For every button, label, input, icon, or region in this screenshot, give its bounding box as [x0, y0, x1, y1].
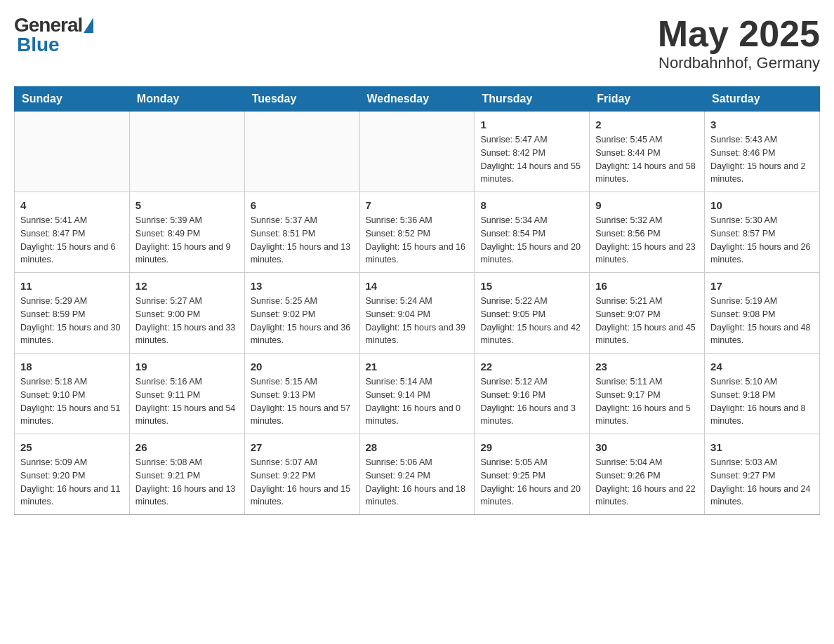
- day-info: Sunrise: 5:47 AMSunset: 8:42 PMDaylight:…: [480, 133, 583, 186]
- day-info: Sunrise: 5:18 AMSunset: 9:10 PMDaylight:…: [20, 375, 124, 428]
- logo: General Blue: [14, 14, 93, 56]
- calendar-cell: 18Sunrise: 5:18 AMSunset: 9:10 PMDayligh…: [15, 354, 130, 434]
- day-info: Sunrise: 5:06 AMSunset: 9:24 PMDaylight:…: [366, 456, 469, 509]
- calendar-cell: 4Sunrise: 5:41 AMSunset: 8:47 PMDaylight…: [15, 192, 130, 273]
- logo-blue-text: Blue: [14, 34, 60, 56]
- day-info: Sunrise: 5:08 AMSunset: 9:21 PMDaylight:…: [135, 456, 239, 509]
- calendar-header-row: SundayMondayTuesdayWednesdayThursdayFrid…: [15, 87, 820, 112]
- day-number: 9: [595, 198, 699, 213]
- calendar-header-monday: Monday: [129, 87, 244, 112]
- day-info: Sunrise: 5:21 AMSunset: 9:07 PMDaylight:…: [595, 295, 699, 347]
- day-number: 25: [20, 440, 124, 455]
- calendar-cell: 2Sunrise: 5:45 AMSunset: 8:44 PMDaylight…: [590, 112, 705, 192]
- day-info: Sunrise: 5:43 AMSunset: 8:46 PMDaylight:…: [710, 133, 814, 186]
- calendar-cell: [129, 112, 244, 192]
- calendar-cell: 29Sunrise: 5:05 AMSunset: 9:25 PMDayligh…: [475, 434, 590, 515]
- day-number: 28: [366, 440, 469, 455]
- calendar-cell: 8Sunrise: 5:34 AMSunset: 8:54 PMDaylight…: [475, 192, 590, 273]
- day-number: 3: [710, 117, 814, 132]
- day-number: 12: [135, 279, 239, 293]
- day-number: 26: [135, 440, 239, 455]
- logo-triangle-icon: [84, 18, 93, 33]
- day-info: Sunrise: 5:03 AMSunset: 9:27 PMDaylight:…: [710, 456, 814, 509]
- day-number: 11: [20, 279, 124, 293]
- day-info: Sunrise: 5:05 AMSunset: 9:25 PMDaylight:…: [480, 456, 583, 509]
- day-info: Sunrise: 5:27 AMSunset: 9:00 PMDaylight:…: [135, 295, 239, 347]
- calendar-cell: 9Sunrise: 5:32 AMSunset: 8:56 PMDaylight…: [590, 192, 705, 273]
- calendar-table: SundayMondayTuesdayWednesdayThursdayFrid…: [14, 86, 820, 515]
- day-number: 6: [251, 198, 354, 213]
- calendar-cell: 30Sunrise: 5:04 AMSunset: 9:26 PMDayligh…: [590, 434, 705, 515]
- day-number: 18: [20, 359, 124, 374]
- day-info: Sunrise: 5:04 AMSunset: 9:26 PMDaylight:…: [595, 456, 699, 509]
- day-info: Sunrise: 5:30 AMSunset: 8:57 PMDaylight:…: [710, 214, 814, 267]
- day-info: Sunrise: 5:37 AMSunset: 8:51 PMDaylight:…: [251, 214, 354, 267]
- calendar-cell: 27Sunrise: 5:07 AMSunset: 9:22 PMDayligh…: [244, 434, 359, 515]
- calendar-header-sunday: Sunday: [15, 87, 130, 112]
- day-info: Sunrise: 5:15 AMSunset: 9:13 PMDaylight:…: [251, 375, 354, 428]
- calendar-header-tuesday: Tuesday: [244, 87, 359, 112]
- calendar-cell: 12Sunrise: 5:27 AMSunset: 9:00 PMDayligh…: [129, 273, 244, 354]
- calendar-cell: 10Sunrise: 5:30 AMSunset: 8:57 PMDayligh…: [705, 192, 820, 273]
- calendar-header-friday: Friday: [590, 87, 705, 112]
- day-info: Sunrise: 5:11 AMSunset: 9:17 PMDaylight:…: [595, 375, 699, 428]
- calendar-cell: 6Sunrise: 5:37 AMSunset: 8:51 PMDaylight…: [244, 192, 359, 273]
- day-number: 24: [710, 359, 814, 374]
- day-number: 27: [251, 440, 354, 455]
- day-number: 15: [480, 279, 583, 293]
- calendar-cell: 13Sunrise: 5:25 AMSunset: 9:02 PMDayligh…: [244, 273, 359, 354]
- calendar-header-thursday: Thursday: [475, 87, 590, 112]
- day-number: 1: [480, 117, 583, 132]
- day-number: 5: [135, 198, 239, 213]
- day-number: 21: [366, 359, 469, 374]
- day-info: Sunrise: 5:07 AMSunset: 9:22 PMDaylight:…: [251, 456, 354, 509]
- calendar-cell: 21Sunrise: 5:14 AMSunset: 9:14 PMDayligh…: [359, 354, 475, 434]
- calendar-cell: 31Sunrise: 5:03 AMSunset: 9:27 PMDayligh…: [705, 434, 820, 515]
- day-info: Sunrise: 5:45 AMSunset: 8:44 PMDaylight:…: [595, 133, 699, 186]
- day-info: Sunrise: 5:25 AMSunset: 9:02 PMDaylight:…: [251, 295, 354, 347]
- calendar-cell: [15, 112, 130, 192]
- calendar-cell: 14Sunrise: 5:24 AMSunset: 9:04 PMDayligh…: [359, 273, 475, 354]
- day-info: Sunrise: 5:39 AMSunset: 8:49 PMDaylight:…: [135, 214, 239, 267]
- calendar-cell: 11Sunrise: 5:29 AMSunset: 8:59 PMDayligh…: [15, 273, 130, 354]
- day-number: 31: [710, 440, 814, 455]
- day-info: Sunrise: 5:34 AMSunset: 8:54 PMDaylight:…: [480, 214, 583, 267]
- day-info: Sunrise: 5:24 AMSunset: 9:04 PMDaylight:…: [366, 295, 469, 347]
- day-number: 16: [595, 279, 699, 293]
- calendar-cell: [244, 112, 359, 192]
- day-info: Sunrise: 5:12 AMSunset: 9:16 PMDaylight:…: [480, 375, 583, 428]
- calendar-cell: 24Sunrise: 5:10 AMSunset: 9:18 PMDayligh…: [705, 354, 820, 434]
- day-number: 23: [595, 359, 699, 374]
- day-number: 10: [710, 198, 814, 213]
- week-row-3: 11Sunrise: 5:29 AMSunset: 8:59 PMDayligh…: [15, 273, 820, 354]
- day-number: 7: [366, 198, 469, 213]
- day-info: Sunrise: 5:19 AMSunset: 9:08 PMDaylight:…: [710, 295, 814, 347]
- page-header: General Blue May 2025 Nordbahnhof, Germa…: [14, 14, 820, 72]
- day-info: Sunrise: 5:10 AMSunset: 9:18 PMDaylight:…: [710, 375, 814, 428]
- calendar-header-wednesday: Wednesday: [359, 87, 475, 112]
- day-number: 14: [366, 279, 469, 293]
- day-number: 2: [595, 117, 699, 132]
- calendar-cell: [359, 112, 475, 192]
- day-number: 13: [251, 279, 354, 293]
- week-row-1: 1Sunrise: 5:47 AMSunset: 8:42 PMDaylight…: [15, 112, 820, 192]
- calendar-header-saturday: Saturday: [705, 87, 820, 112]
- day-info: Sunrise: 5:14 AMSunset: 9:14 PMDaylight:…: [366, 375, 469, 428]
- calendar-cell: 7Sunrise: 5:36 AMSunset: 8:52 PMDaylight…: [359, 192, 475, 273]
- calendar-cell: 23Sunrise: 5:11 AMSunset: 9:17 PMDayligh…: [590, 354, 705, 434]
- day-info: Sunrise: 5:29 AMSunset: 8:59 PMDaylight:…: [20, 295, 124, 347]
- calendar-cell: 20Sunrise: 5:15 AMSunset: 9:13 PMDayligh…: [244, 354, 359, 434]
- calendar-cell: 15Sunrise: 5:22 AMSunset: 9:05 PMDayligh…: [475, 273, 590, 354]
- calendar-cell: 5Sunrise: 5:39 AMSunset: 8:49 PMDaylight…: [129, 192, 244, 273]
- week-row-2: 4Sunrise: 5:41 AMSunset: 8:47 PMDaylight…: [15, 192, 820, 273]
- day-info: Sunrise: 5:22 AMSunset: 9:05 PMDaylight:…: [480, 295, 583, 347]
- day-info: Sunrise: 5:16 AMSunset: 9:11 PMDaylight:…: [135, 375, 239, 428]
- day-info: Sunrise: 5:36 AMSunset: 8:52 PMDaylight:…: [366, 214, 469, 267]
- day-number: 29: [480, 440, 583, 455]
- calendar-cell: 19Sunrise: 5:16 AMSunset: 9:11 PMDayligh…: [129, 354, 244, 434]
- calendar-cell: 3Sunrise: 5:43 AMSunset: 8:46 PMDaylight…: [705, 112, 820, 192]
- day-number: 22: [480, 359, 583, 374]
- month-title: May 2025: [658, 14, 820, 54]
- day-number: 8: [480, 198, 583, 213]
- day-number: 30: [595, 440, 699, 455]
